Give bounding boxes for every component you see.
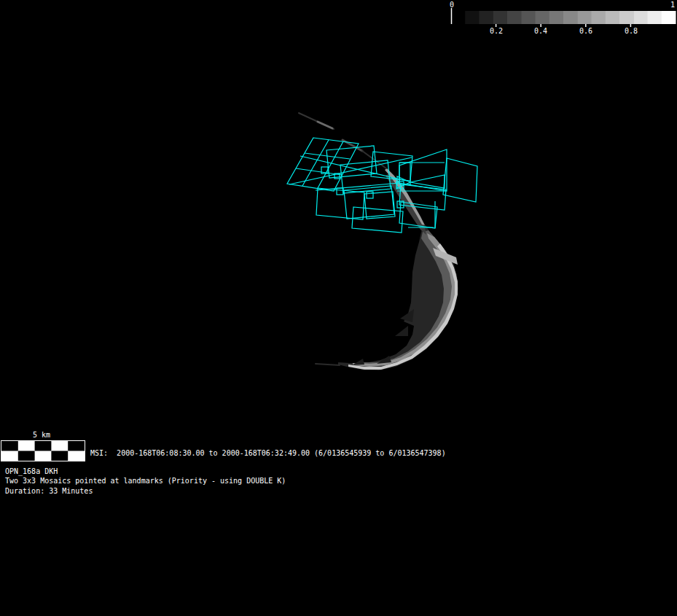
colorbar-tick-label: 0.6 bbox=[579, 26, 592, 36]
status-msi-line: MSI: 2000-168T06:08:30.00 to 2000-168T06… bbox=[90, 448, 446, 458]
colorbar-min-label: 0 bbox=[450, 0, 454, 9]
caption-description: Two 3x3 Mosaics pointed at landmarks (Pr… bbox=[5, 476, 286, 486]
colorbar-tick-label: 0.2 bbox=[490, 26, 503, 36]
mosaic-wireframe bbox=[287, 138, 477, 233]
caption-duration: Duration: 33 Minutes bbox=[5, 486, 93, 496]
colorbar-tick-label: 0.4 bbox=[534, 26, 547, 36]
scale-bar bbox=[1, 440, 85, 461]
colorbar-max-label: 1 bbox=[670, 0, 675, 9]
caption-opnote-id: OPN_168a DKH bbox=[5, 467, 58, 476]
scale-bar-label: 5 km bbox=[33, 430, 50, 440]
colorbar-legend bbox=[451, 8, 676, 27]
viewer-canvas[interactable]: { "window": { "title": "Mosaic sequence … bbox=[0, 0, 677, 616]
asteroid-render bbox=[299, 113, 458, 370]
render-scene[interactable] bbox=[0, 0, 677, 616]
colorbar-tick-label: 0.8 bbox=[625, 26, 638, 36]
